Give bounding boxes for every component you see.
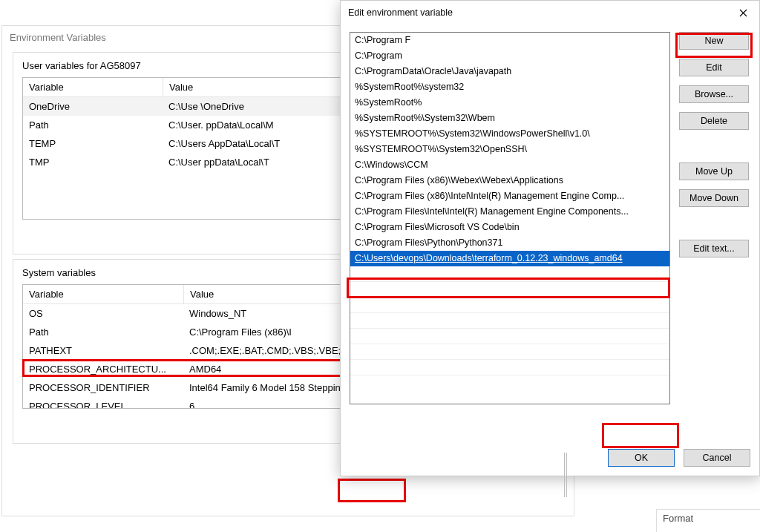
edit-text-button[interactable]: Edit text... bbox=[679, 240, 749, 257]
right-button-column: New Edit Browse... Delete Move Up Move D… bbox=[679, 32, 749, 257]
cell-variable: OS bbox=[23, 306, 183, 321]
list-item-empty[interactable] bbox=[350, 313, 669, 329]
cell-variable: Path bbox=[23, 325, 183, 339]
cell-variable: PROCESSOR_IDENTIFIER bbox=[23, 381, 183, 395]
list-item-empty[interactable] bbox=[350, 344, 669, 360]
cell-variable: Path bbox=[23, 118, 163, 132]
cell-variable: PROCESSOR_LEVEL bbox=[23, 399, 183, 409]
list-item[interactable]: C:\ProgramData\Oracle\Java\javapath bbox=[350, 64, 669, 79]
list-item[interactable]: C:\Program Files (x86)\Intel\Intel(R) Ma… bbox=[350, 188, 669, 204]
close-button[interactable] bbox=[727, 1, 759, 24]
browse-button[interactable]: Browse... bbox=[679, 85, 749, 103]
format-label: Format bbox=[663, 513, 693, 524]
list-item-empty[interactable] bbox=[350, 298, 669, 313]
path-list[interactable]: C:\Program F C:\Program C:\ProgramData\O… bbox=[350, 32, 670, 404]
list-item-empty[interactable] bbox=[350, 329, 669, 344]
column-variable: Variable bbox=[23, 285, 184, 303]
list-item-empty[interactable] bbox=[350, 282, 669, 298]
dialog-title: Edit environment variable bbox=[348, 7, 453, 18]
list-item[interactable]: C:\Program bbox=[350, 48, 669, 64]
list-item[interactable]: %SYSTEMROOT%\System32\WindowsPowerShell\… bbox=[350, 126, 669, 142]
move-up-button[interactable]: Move Up bbox=[679, 162, 749, 180]
cell-variable: PROCESSOR_ARCHITECTU... bbox=[23, 362, 183, 376]
list-item[interactable]: C:\Program Files\Python\Python371 bbox=[350, 235, 669, 251]
list-item[interactable]: %SYSTEMROOT%\System32\OpenSSH\ bbox=[350, 142, 669, 157]
cell-variable: PATHEXT bbox=[23, 344, 183, 358]
column-variable: Variable bbox=[23, 78, 163, 96]
dialog-bottom-row: OK Cancel bbox=[341, 449, 759, 467]
cell-variable: TEMP bbox=[23, 137, 163, 151]
titlebar: Edit environment variable bbox=[341, 1, 759, 24]
list-item[interactable]: C:\Windows\CCM bbox=[350, 157, 669, 173]
list-item[interactable]: %SystemRoot% bbox=[350, 95, 669, 111]
list-item[interactable]: C:\Program Files\Intel\Intel(R) Manageme… bbox=[350, 204, 669, 220]
dialog-body: C:\Program F C:\Program C:\ProgramData\O… bbox=[341, 24, 759, 39]
delete-button[interactable]: Delete bbox=[679, 112, 749, 130]
list-item[interactable]: %SystemRoot%\System32\Wbem bbox=[350, 111, 669, 126]
divider bbox=[564, 453, 567, 497]
list-item-empty[interactable] bbox=[350, 360, 669, 375]
move-down-button[interactable]: Move Down bbox=[679, 189, 749, 207]
edit-button[interactable]: Edit bbox=[679, 59, 749, 76]
ok-button[interactable]: OK bbox=[608, 449, 675, 467]
cell-variable: OneDrive bbox=[23, 99, 163, 114]
edit-env-var-dialog: Edit environment variable C:\Program F C… bbox=[340, 0, 760, 476]
list-item[interactable]: C:\Program Files (x86)\Webex\Webex\Appli… bbox=[350, 173, 669, 188]
cell-variable: TMP bbox=[23, 155, 163, 169]
new-button[interactable]: New bbox=[679, 32, 749, 50]
list-item-selected[interactable]: C:\Users\devops\Downloads\terraform_0.12… bbox=[350, 251, 669, 266]
format-panel: Format bbox=[656, 509, 760, 532]
list-item[interactable]: %SystemRoot%\system32 bbox=[350, 79, 669, 95]
list-item-empty[interactable] bbox=[350, 266, 669, 282]
list-item[interactable]: C:\Program Files\Microsoft VS Code\bin bbox=[350, 220, 669, 235]
close-icon bbox=[739, 9, 747, 17]
cancel-button[interactable]: Cancel bbox=[684, 449, 750, 467]
list-item[interactable]: C:\Program F bbox=[350, 33, 669, 48]
